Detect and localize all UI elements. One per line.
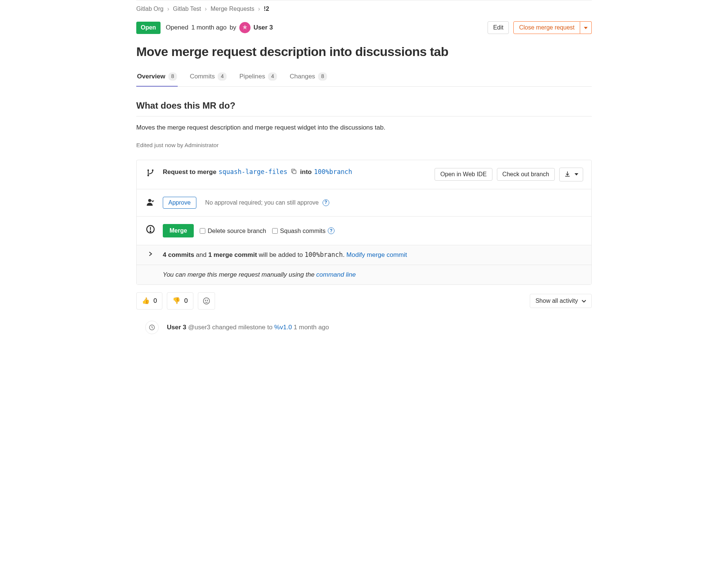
- alert-circle-icon: [146, 225, 155, 236]
- caret-down-icon: [584, 27, 588, 29]
- widget-source-target: Request to merge squash-large-files into…: [137, 160, 591, 189]
- svg-point-2: [147, 175, 149, 176]
- help-icon[interactable]: ?: [328, 227, 335, 234]
- status-badge: Open: [136, 22, 161, 34]
- command-line-link[interactable]: command line: [316, 271, 356, 278]
- squash-commits-checkbox[interactable]: Squash commits: [272, 227, 326, 235]
- approve-button[interactable]: Approve: [163, 197, 196, 209]
- download-icon: [564, 171, 571, 178]
- svg-point-8: [150, 231, 151, 232]
- svg-point-5: [148, 199, 151, 202]
- git-merge-icon: [146, 168, 155, 180]
- tab-label: Overview: [137, 72, 165, 81]
- approval-user-icon: [146, 198, 155, 209]
- note-author: User 3: [167, 324, 186, 331]
- tab-pipelines[interactable]: Pipelines 4: [239, 68, 278, 86]
- source-branch-link[interactable]: squash-large-files: [219, 168, 287, 177]
- note-action: changed milestone to: [212, 324, 273, 331]
- svg-rect-4: [293, 170, 296, 174]
- target-branch-link[interactable]: 100%branch: [314, 168, 352, 177]
- divider: [136, 116, 592, 116]
- widget-commits-summary: 4 commits and 1 merge commit will be add…: [137, 245, 591, 265]
- merge-commit-text: 1 merge commit: [208, 251, 257, 258]
- activity-filter-dropdown[interactable]: Show all activity: [530, 294, 592, 308]
- delete-source-branch-checkbox[interactable]: Delete source branch: [200, 227, 266, 235]
- add-reaction-button[interactable]: [198, 292, 215, 310]
- widget-approval: Approve No approval required; you can st…: [137, 189, 591, 217]
- tab-count: 8: [318, 72, 327, 81]
- author-link[interactable]: User 3: [253, 23, 273, 32]
- chevron-right-icon: ›: [205, 5, 207, 13]
- chevron-down-icon: [582, 298, 586, 304]
- tab-label: Commits: [190, 72, 215, 81]
- tab-changes[interactable]: Changes 8: [289, 68, 328, 86]
- system-note: User 3 @user3 changed milestone to %v1.0…: [136, 321, 592, 334]
- thumbs-up-icon: 👍: [142, 297, 150, 305]
- close-mr-button[interactable]: Close merge request: [513, 21, 580, 34]
- request-merge-label: Request to merge: [163, 168, 217, 177]
- tab-count: 4: [218, 72, 227, 81]
- into-label: into: [300, 168, 312, 177]
- tab-commits[interactable]: Commits 4: [189, 68, 227, 86]
- download-dropdown[interactable]: [559, 168, 583, 181]
- commits-count: 4 commits: [163, 251, 194, 258]
- caret-down-icon: [575, 173, 578, 175]
- close-mr-button-group: Close merge request: [513, 21, 592, 34]
- expand-chevron[interactable]: [149, 251, 152, 259]
- approval-note: No approval required; you can still appr…: [205, 199, 319, 207]
- thumbs-up-button[interactable]: 👍 0: [136, 292, 162, 310]
- opened-info: Opened 1 month ago by User 3: [166, 22, 273, 33]
- breadcrumb-item[interactable]: Gitlab Test: [173, 5, 201, 13]
- thumbs-down-count: 0: [184, 297, 187, 305]
- user-avatar[interactable]: [239, 22, 251, 33]
- thumbs-down-button[interactable]: 👎 0: [167, 292, 193, 310]
- note-handle: @user3: [188, 324, 211, 331]
- tabs: Overview 8 Commits 4 Pipelines 4 Changes…: [136, 68, 592, 87]
- copy-branch-button[interactable]: [290, 168, 298, 176]
- widget-merge: Merge Delete source branch Squash commit…: [137, 217, 591, 245]
- svg-point-9: [203, 298, 210, 304]
- svg-point-3: [152, 170, 153, 171]
- close-mr-dropdown[interactable]: [580, 21, 592, 34]
- thumbs-down-icon: 👎: [172, 297, 180, 305]
- modify-merge-commit-link[interactable]: Modify merge commit: [346, 251, 407, 258]
- chevron-right-icon: ›: [167, 5, 169, 13]
- svg-point-1: [147, 170, 149, 171]
- description-body: Moves the merge request description and …: [136, 123, 592, 132]
- target-branch-name: 100%branch: [305, 251, 343, 258]
- chevron-right-icon: ›: [258, 5, 260, 13]
- tab-overview[interactable]: Overview 8: [136, 68, 178, 86]
- breadcrumb-item[interactable]: Gitlab Org: [136, 5, 164, 13]
- merge-button[interactable]: Merge: [163, 224, 194, 237]
- tab-label: Pipelines: [239, 72, 265, 81]
- tab-count: 8: [168, 72, 177, 81]
- thumbs-up-count: 0: [153, 297, 157, 305]
- description-heading: What does this MR do?: [136, 99, 592, 112]
- svg-point-10: [205, 300, 206, 301]
- edit-button[interactable]: Edit: [488, 21, 509, 34]
- open-web-ide-button[interactable]: Open in Web IDE: [435, 168, 492, 181]
- note-time: 1 month ago: [294, 324, 329, 331]
- milestone-link[interactable]: %v1.0: [274, 324, 292, 331]
- edited-note: Edited just now by Administrator: [136, 141, 592, 149]
- tab-count: 4: [268, 72, 277, 81]
- widget-manual-merge: You can merge this merge request manuall…: [137, 265, 591, 284]
- checkout-branch-button[interactable]: Check out branch: [497, 168, 555, 181]
- tab-label: Changes: [290, 72, 315, 81]
- breadcrumb-item[interactable]: Merge Requests: [211, 5, 254, 13]
- page-title: Move merge request description into disc…: [136, 43, 592, 61]
- breadcrumb-current: !2: [264, 5, 269, 13]
- clock-icon: [145, 321, 159, 334]
- svg-point-11: [207, 300, 208, 301]
- help-icon[interactable]: ?: [323, 199, 329, 206]
- breadcrumb: Gitlab Org › Gitlab Test › Merge Request…: [136, 0, 592, 18]
- manual-merge-text: You can merge this merge request manuall…: [163, 271, 314, 278]
- mr-widget: Request to merge squash-large-files into…: [136, 160, 592, 285]
